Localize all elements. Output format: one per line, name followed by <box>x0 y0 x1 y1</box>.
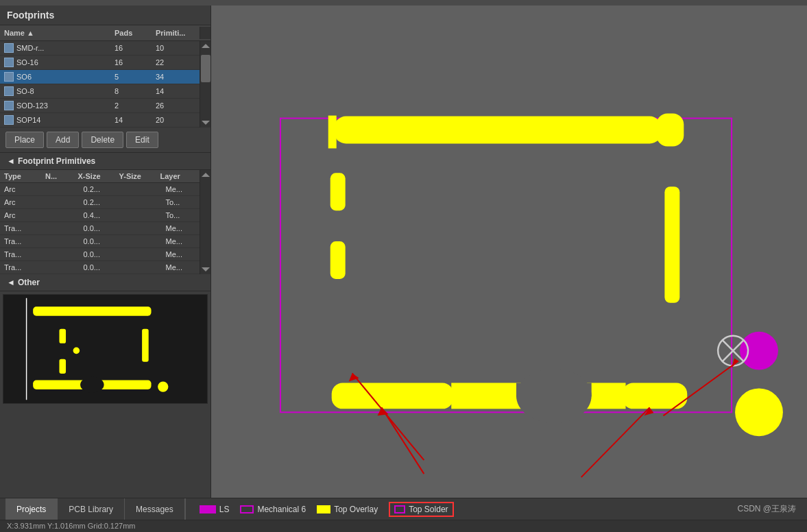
prim-type: Arc <box>0 209 41 221</box>
prim-ysize <box>121 209 162 221</box>
footprints-table-body[interactable]: SMD-r... 16 10 SO-16 16 22 <box>0 41 200 128</box>
prim-ysize <box>121 196 162 208</box>
prim-xsize: 0.0... <box>80 235 121 247</box>
legend-top-overlay: Top Overlay <box>317 505 378 514</box>
svg-rect-20 <box>516 383 592 396</box>
edit-button[interactable]: Edit <box>126 132 158 148</box>
row-icon <box>4 101 14 110</box>
prim-layer: Me... <box>162 261 200 274</box>
add-button[interactable]: Add <box>47 132 79 148</box>
prim-xsize: 0.4... <box>80 209 121 221</box>
svg-point-23 <box>735 388 783 436</box>
table-row[interactable]: SMD-r... 16 10 <box>0 41 200 56</box>
prim-type: Arc <box>0 183 41 195</box>
prim-n <box>41 235 80 247</box>
tab-messages[interactable]: Messages <box>125 498 185 520</box>
legend-ls: LS <box>200 505 230 514</box>
table-row[interactable]: SOD-123 2 26 <box>0 99 200 113</box>
place-button[interactable]: Place <box>5 132 44 148</box>
row-icon <box>4 43 14 53</box>
prim-n <box>41 196 80 208</box>
row-icon <box>4 72 14 82</box>
row-primitives-cell: 22 <box>152 56 200 69</box>
primitives-title: ◄ Footprint Primitives <box>0 153 210 170</box>
primitives-table: Type N... X-Size Y-Size Layer Arc 0.2...… <box>0 170 200 274</box>
row-pads-cell: 5 <box>110 70 152 84</box>
prim-type: Tra... <box>0 261 41 274</box>
prim-n <box>41 183 80 195</box>
panel-title: Footprints <box>0 5 210 25</box>
row-icon <box>4 115 14 125</box>
prim-ysize <box>121 235 162 247</box>
prim-xsize: 0.2... <box>80 183 121 195</box>
table-row[interactable]: SO-16 16 22 <box>0 56 200 70</box>
prim-row[interactable]: Arc 0.2... To... <box>0 196 200 209</box>
prim-row[interactable]: Arc 0.2... Me... <box>0 183 200 196</box>
tab-pcb-library[interactable]: PCB Library <box>58 498 125 520</box>
bottom-tabs: Projects PCB Library Messages <box>5 498 186 520</box>
prim-row[interactable]: Arc 0.4... To... <box>0 209 200 222</box>
prim-xsize: 0.0... <box>80 248 121 261</box>
prim-ysize <box>121 183 162 195</box>
row-pads-cell: 16 <box>110 41 152 55</box>
prim-row[interactable]: Tra... 0.0... Me... <box>0 222 200 235</box>
table-row[interactable]: SO-8 8 14 <box>0 84 200 99</box>
prim-layer: Me... <box>162 248 200 261</box>
row-primitives-cell: 20 <box>152 113 200 127</box>
prim-ysize <box>121 261 162 274</box>
row-pads-cell: 14 <box>110 113 152 127</box>
svg-rect-3 <box>59 359 66 374</box>
coords-bar: X:3.931mm Y:1.016mm Grid:0.127mm <box>0 520 807 532</box>
status-bar: Projects PCB Library Messages LS Mechani… <box>0 498 807 520</box>
prim-col-type: Type <box>0 170 41 182</box>
row-name-cell: SMD-r... <box>0 41 110 55</box>
footprints-title: Footprints <box>7 10 54 21</box>
primitives-table-wrapper: Type N... X-Size Y-Size Layer Arc 0.2...… <box>0 170 210 274</box>
col-pads: Pads <box>110 27 152 39</box>
prim-layer: To... <box>162 196 200 208</box>
main-canvas-svg <box>211 5 807 498</box>
prim-row[interactable]: Tra... 0.0... Me... <box>0 235 200 248</box>
footprints-buttons: Place Add Delete Edit <box>0 128 210 153</box>
prim-n <box>41 261 80 274</box>
svg-rect-15 <box>664 186 679 303</box>
primitives-table-body[interactable]: Arc 0.2... Me... Arc 0.2... To... <box>0 183 200 274</box>
prim-row[interactable]: Tra... 0.0... Me... <box>0 261 200 274</box>
footprints-scrollbar[interactable] <box>200 41 210 128</box>
table-row-selected[interactable]: SO6 5 34 <box>0 70 200 84</box>
row-icon <box>4 58 14 67</box>
legend-mechanical6: Mechanical 6 <box>240 505 306 514</box>
row-primitives-cell: 14 <box>152 84 200 98</box>
row-name-cell: SO6 <box>0 70 110 84</box>
layer-legend: LS Mechanical 6 Top Overlay Top Solder <box>191 502 738 517</box>
svg-rect-12 <box>656 114 684 147</box>
primitives-section: ◄ Footprint Primitives Type N... X-Size … <box>0 153 210 274</box>
row-name-cell: SOP14 <box>0 113 110 127</box>
svg-rect-11 <box>334 117 662 144</box>
legend-top-solder: Top Solder <box>389 502 453 517</box>
main-content: Footprints Name ▲ Pads Primiti... SM <box>0 5 807 498</box>
prim-row[interactable]: Tra... 0.0... Me... <box>0 248 200 261</box>
delete-button[interactable]: Delete <box>82 132 123 148</box>
canvas-area[interactable] <box>211 5 807 498</box>
prim-ysize <box>121 248 162 261</box>
prim-type: Tra... <box>0 235 41 247</box>
prim-type: Tra... <box>0 222 41 234</box>
legend-ls-label: LS <box>219 505 230 514</box>
tab-projects[interactable]: Projects <box>5 498 58 520</box>
row-pads-cell: 2 <box>110 99 152 112</box>
other-title: ◄ Other <box>0 274 210 291</box>
prim-col-xsize: X-Size <box>74 170 115 182</box>
top-bar <box>0 0 807 5</box>
svg-rect-4 <box>142 329 149 362</box>
prim-n <box>41 222 80 234</box>
legend-topsolder-color <box>394 505 405 513</box>
prim-col-ysize: Y-Size <box>115 170 156 182</box>
primitives-scrollbar[interactable] <box>200 170 210 274</box>
preview-canvas <box>3 294 208 404</box>
svg-rect-21 <box>328 116 337 149</box>
prim-layer: Me... <box>162 235 200 247</box>
table-row[interactable]: SOP14 14 20 <box>0 113 200 128</box>
svg-rect-1 <box>33 306 151 315</box>
prim-type: Tra... <box>0 248 41 261</box>
